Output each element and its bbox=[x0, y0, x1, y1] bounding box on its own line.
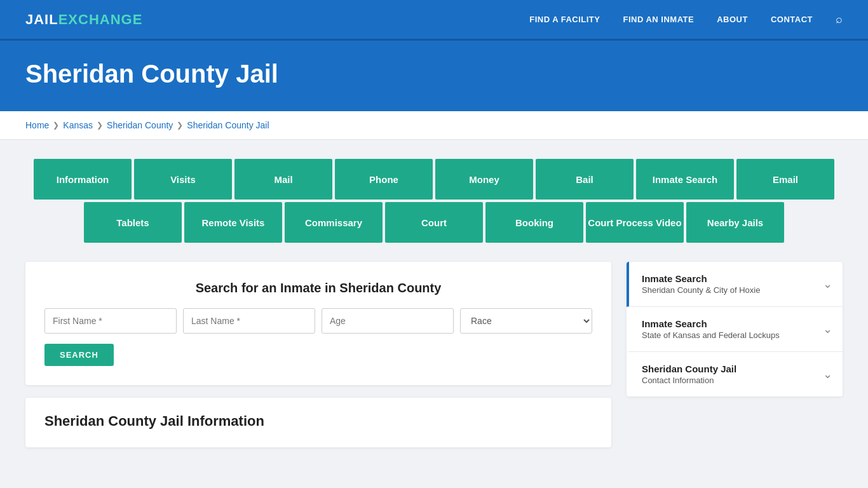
brand-jail: JAIL bbox=[25, 11, 58, 28]
btn-money[interactable]: Money bbox=[435, 159, 533, 200]
inmate-search-card: Search for an Inmate in Sheridan County … bbox=[25, 262, 611, 385]
two-column-layout: Search for an Inmate in Sheridan County … bbox=[25, 262, 843, 447]
sidebar-item-title-3: Sheridan County Jail bbox=[642, 363, 736, 374]
jail-info-title: Sheridan County Jail Information bbox=[44, 413, 592, 430]
nav-find-facility[interactable]: FIND A FACILITY bbox=[529, 15, 600, 24]
brand-exchange: EXCHANGE bbox=[58, 11, 143, 28]
first-name-input[interactable] bbox=[44, 308, 177, 334]
search-fields: Race White Black Hispanic Asian Other bbox=[44, 308, 592, 334]
breadcrumb-kansas[interactable]: Kansas bbox=[63, 120, 93, 130]
race-select[interactable]: Race White Black Hispanic Asian Other bbox=[460, 308, 592, 334]
btn-nearby-jails[interactable]: Nearby Jails bbox=[686, 202, 784, 243]
sidebar-item-title-2: Inmate Search bbox=[642, 318, 780, 329]
sidebar-item-subtitle-3: Contact Information bbox=[642, 376, 736, 385]
btn-court-process-video[interactable]: Court Process Video bbox=[586, 202, 684, 243]
brand-logo[interactable]: JAIL EXCHANGE bbox=[25, 11, 142, 28]
btn-inmate-search[interactable]: Inmate Search bbox=[636, 159, 734, 200]
hero-section: Sheridan County Jail bbox=[0, 41, 868, 111]
sidebar-card: Inmate Search Sheridan County & City of … bbox=[627, 262, 843, 396]
search-button[interactable]: SEARCH bbox=[44, 344, 114, 366]
breadcrumb-bar: Home ❯ Kansas ❯ Sheridan County ❯ Sherid… bbox=[0, 111, 868, 140]
btn-remote-visits[interactable]: Remote Visits bbox=[184, 202, 282, 243]
breadcrumb: Home ❯ Kansas ❯ Sheridan County ❯ Sherid… bbox=[25, 120, 843, 130]
breadcrumb-sep-3: ❯ bbox=[177, 121, 183, 130]
btn-visits[interactable]: Visits bbox=[134, 159, 232, 200]
btn-bail[interactable]: Bail bbox=[536, 159, 634, 200]
breadcrumb-current: Sheridan County Jail bbox=[187, 120, 269, 130]
chevron-down-icon-1: ⌄ bbox=[823, 277, 832, 291]
navbar-links: FIND A FACILITY FIND AN INMATE ABOUT CON… bbox=[529, 13, 843, 26]
btn-tablets[interactable]: Tablets bbox=[84, 202, 182, 243]
page-title: Sheridan County Jail bbox=[25, 60, 843, 88]
breadcrumb-home[interactable]: Home bbox=[25, 120, 49, 130]
nav-find-inmate[interactable]: FIND AN INMATE bbox=[623, 15, 694, 24]
breadcrumb-sep-1: ❯ bbox=[53, 121, 59, 130]
jail-info-card: Sheridan County Jail Information bbox=[25, 398, 611, 447]
sidebar-inmate-search-state[interactable]: Inmate Search State of Kansas and Federa… bbox=[627, 307, 843, 352]
breadcrumb-sheridan-county[interactable]: Sheridan County bbox=[107, 120, 173, 130]
btn-booking[interactable]: Booking bbox=[485, 202, 583, 243]
search-icon[interactable]: ⌕ bbox=[836, 13, 843, 26]
sidebar-inmate-search-local[interactable]: Inmate Search Sheridan County & City of … bbox=[627, 262, 843, 307]
nav-contact[interactable]: CONTACT bbox=[771, 15, 813, 24]
btn-information[interactable]: Information bbox=[34, 159, 132, 200]
chevron-down-icon-2: ⌄ bbox=[823, 322, 832, 336]
btn-email[interactable]: Email bbox=[736, 159, 834, 200]
btn-mail[interactable]: Mail bbox=[234, 159, 332, 200]
sidebar-item-subtitle-1: Sheridan County & City of Hoxie bbox=[642, 285, 760, 295]
sidebar-contact-info[interactable]: Sheridan County Jail Contact Information… bbox=[627, 352, 843, 396]
right-sidebar: Inmate Search Sheridan County & City of … bbox=[627, 262, 843, 396]
age-input[interactable] bbox=[322, 308, 454, 334]
breadcrumb-sep-2: ❯ bbox=[97, 121, 103, 130]
left-column: Search for an Inmate in Sheridan County … bbox=[25, 262, 611, 447]
sidebar-item-subtitle-2: State of Kansas and Federal Lockups bbox=[642, 330, 780, 340]
main-content: Information Visits Mail Phone Money Bail… bbox=[0, 140, 868, 466]
navbar: JAIL EXCHANGE FIND A FACILITY FIND AN IN… bbox=[0, 0, 868, 41]
category-buttons-grid: Information Visits Mail Phone Money Bail… bbox=[25, 159, 843, 243]
btn-phone[interactable]: Phone bbox=[335, 159, 433, 200]
btn-commissary[interactable]: Commissary bbox=[285, 202, 383, 243]
chevron-down-icon-3: ⌄ bbox=[823, 367, 832, 381]
search-title: Search for an Inmate in Sheridan County bbox=[44, 281, 592, 295]
btn-court[interactable]: Court bbox=[385, 202, 483, 243]
last-name-input[interactable] bbox=[183, 308, 315, 334]
nav-about[interactable]: ABOUT bbox=[717, 15, 748, 24]
sidebar-item-title-1: Inmate Search bbox=[642, 273, 760, 284]
